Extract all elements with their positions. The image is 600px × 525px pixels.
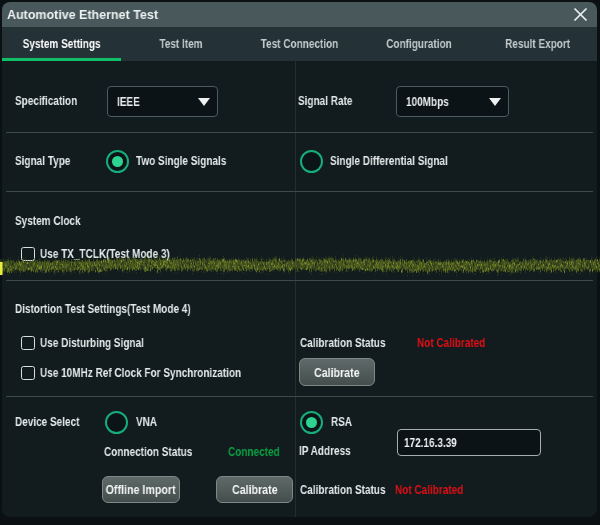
section-separator [6,132,593,133]
ip-address-input-text: 172.16.3.39 [404,436,457,450]
column-divider [295,61,296,517]
two-single-signals-label: Two Single Signals [136,153,249,169]
use-disturbing-signal-label-text: Use Disturbing Signal [40,335,144,351]
device-select-label-text: Device Select [15,414,79,430]
tab-system-settings-text: System Settings [23,37,101,51]
distortion-calibration-status-label-text: Calibration Status [300,335,386,351]
device-calibration-status-value: Not Calibrated [395,482,480,498]
signal-type-label: Signal Type [15,153,84,169]
use-disturbing-signal-checkbox[interactable] [21,336,35,350]
tab-system-settings[interactable]: System Settings [2,27,121,61]
device-calibrate-button-text: Calibrate [232,482,278,497]
distortion-settings-label: Distortion Test Settings(Test Mode 4) [15,301,235,317]
use-disturbing-signal-label: Use Disturbing Signal [40,335,170,351]
connection-status-label-text: Connection Status [104,444,192,460]
vna-label-text: VNA [136,414,157,430]
device-calibrate-button[interactable]: Calibrate [216,476,293,503]
specification-dropdown[interactable]: IEEE [107,86,218,117]
specification-label-text: Specification [15,93,77,109]
rsa-label-text: RSA [331,414,352,430]
title-bar: Automotive Ethernet Test [2,2,597,27]
use-10mhz-ref-clock-label-text: Use 10MHz Ref Clock For Synchronization [40,365,241,381]
tab-test-connection[interactable]: Test Connection [240,27,359,61]
signal-type-label-text: Signal Type [15,153,70,169]
section-separator [6,280,593,281]
close-icon [573,7,588,22]
device-select-label: Device Select [15,414,96,430]
system-clock-label-text: System Clock [15,213,81,229]
specification-label: Specification [15,93,93,109]
tab-test-item[interactable]: Test Item [121,27,240,61]
radio-vna[interactable] [105,411,128,434]
ip-address-label: IP Address [299,443,364,459]
dialog-title: Automotive Ethernet Test [2,7,164,22]
close-button[interactable] [571,6,589,24]
ip-address-input[interactable]: 172.16.3.39 [397,429,541,456]
signal-rate-label-text: Signal Rate [298,93,352,109]
radio-single-differential-signal[interactable] [300,150,323,173]
tab-configuration[interactable]: Configuration [359,27,478,61]
signal-rate-label: Signal Rate [298,93,366,109]
distortion-calibration-status-value-text: Not Calibrated [417,335,485,351]
distortion-settings-label-text: Distortion Test Settings(Test Mode 4) [15,301,191,317]
distortion-calibrate-button-text: Calibrate [314,365,360,380]
dropdown-arrow-icon [489,98,501,106]
rsa-label: RSA [331,414,357,430]
offline-import-button-text: Offline Import [106,482,176,497]
dialog-content: Specification IEEE Signal Rate 100Mbps S… [2,61,597,517]
single-differential-signal-label-text: Single Differential Signal [330,153,448,169]
tab-test-connection-text: Test Connection [261,37,339,51]
tab-result-export[interactable]: Result Export [478,27,597,61]
vna-label: VNA [136,414,162,430]
use-10mhz-ref-clock-checkbox[interactable] [21,366,35,380]
connection-status-label: Connection Status [104,444,214,460]
tab-configuration-text: Configuration [386,37,452,51]
tab-result-export-text: Result Export [505,37,570,51]
device-calibration-status-label-text: Calibration Status [300,482,386,498]
connection-status-value-text: Connected [228,444,280,460]
offline-import-button[interactable]: Offline Import [102,476,180,503]
device-calibration-status-label: Calibration Status [300,482,407,498]
distortion-calibration-status-label: Calibration Status [300,335,407,351]
dialog-title-text: Automotive Ethernet Test [7,7,158,22]
single-differential-signal-label: Single Differential Signal [330,153,477,169]
tab-test-item-text: Test Item [159,37,202,51]
use-10mhz-ref-clock-label: Use 10MHz Ref Clock For Synchronization [40,365,291,381]
signal-rate-dropdown[interactable]: 100Mbps [396,86,509,117]
system-clock-label: System Clock [15,213,97,229]
oscilloscope-waveform-trace [0,253,600,279]
radio-two-single-signals[interactable] [106,150,129,173]
connection-status-value: Connected [228,444,293,460]
distortion-calibrate-button[interactable]: Calibrate [299,358,375,386]
two-single-signals-label-text: Two Single Signals [136,153,226,169]
radio-rsa[interactable] [300,411,323,434]
distortion-calibration-status-value: Not Calibrated [417,335,502,351]
section-separator [6,191,593,192]
ip-address-label-text: IP Address [299,443,351,459]
dropdown-arrow-icon [198,98,210,106]
section-separator [6,396,593,397]
tab-bar: System Settings Test Item Test Connectio… [2,27,597,61]
device-calibration-status-value-text: Not Calibrated [395,482,463,498]
